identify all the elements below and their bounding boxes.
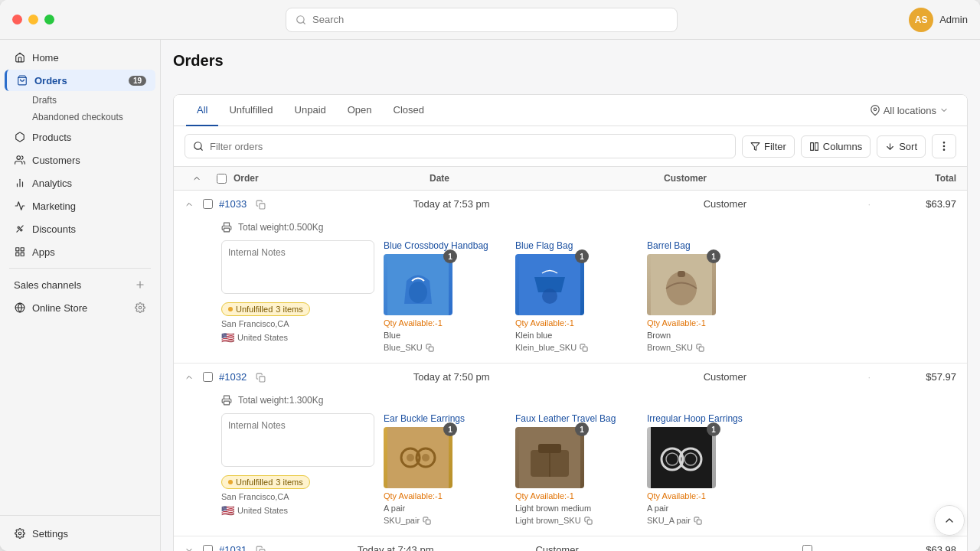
sidebar-item-apps[interactable]: Apps xyxy=(5,241,155,262)
blue-flag-bag-svg xyxy=(519,254,580,315)
sidebar-item-drafts[interactable]: Drafts xyxy=(5,93,155,108)
order-1032-product-0-qty-available: Qty Available:-1 xyxy=(384,491,506,500)
order-1033-product-1-link[interactable]: Blue Flag Bag xyxy=(515,240,638,251)
add-sales-channel-button[interactable] xyxy=(134,279,146,291)
order-1033-product-0-qty-available: Qty Available:-1 xyxy=(384,318,506,328)
order-1032-product-1-link[interactable]: Faux Leather Travel Bag xyxy=(515,413,638,424)
online-store-settings-icon[interactable] xyxy=(134,302,146,314)
order-1031-expand-btn[interactable] xyxy=(185,546,197,551)
tab-all[interactable]: All xyxy=(186,95,218,126)
order-1033-product-0-link[interactable]: Blue Crossbody Handbag xyxy=(384,240,506,251)
filter-search-bar[interactable] xyxy=(185,134,736,158)
select-all-checkbox[interactable] xyxy=(217,174,227,184)
order-1033-product-2: Barrel Bag xyxy=(647,240,769,352)
order-1033-checkbox[interactable] xyxy=(203,199,213,209)
columns-button[interactable]: Columns xyxy=(801,135,871,158)
copy-sku-icon[interactable] xyxy=(426,344,434,352)
svg-point-28 xyxy=(943,145,944,146)
chevron-up-icon xyxy=(943,514,956,527)
order-1033-product-2-qty: 1 xyxy=(707,249,720,263)
sidebar-item-analytics[interactable]: Analytics xyxy=(5,172,155,194)
orders-card: All Unfulfilled Unpaid Open Closed All l… xyxy=(173,94,968,551)
location-filter-button[interactable]: All locations xyxy=(864,100,955,121)
svg-rect-10 xyxy=(16,248,19,251)
global-search-input[interactable] xyxy=(312,14,668,25)
svg-rect-31 xyxy=(224,228,230,232)
print-icon[interactable] xyxy=(221,222,232,233)
order-1032-product-2-sku: SKU_A pair xyxy=(647,516,691,525)
order-1032-number[interactable]: #1032 xyxy=(219,371,247,383)
scroll-to-top-button[interactable] xyxy=(934,505,965,536)
order-1032-notes-textarea[interactable] xyxy=(221,413,374,467)
order-1032-product-0-link[interactable]: Ear Buckle Earrings xyxy=(384,413,506,424)
close-button[interactable] xyxy=(12,15,22,24)
tab-open[interactable]: Open xyxy=(337,95,383,126)
sidebar-item-customers[interactable]: Customers xyxy=(5,149,155,171)
order-1033-product-1-qty-available: Qty Available:-1 xyxy=(515,318,638,328)
global-search-bar[interactable] xyxy=(286,8,678,32)
minimize-button[interactable] xyxy=(28,15,38,24)
order-1031-number[interactable]: #1031 xyxy=(219,544,247,551)
order-1032-collapse-btn[interactable] xyxy=(185,373,197,382)
order-1031-copy-btn[interactable] xyxy=(256,544,266,551)
copy-sku-icon[interactable] xyxy=(580,344,588,352)
order-1033-notes-textarea[interactable] xyxy=(221,240,374,294)
order-1031-checkbox[interactable] xyxy=(203,545,213,551)
columns-icon xyxy=(809,142,819,152)
sidebar-item-abandoned-checkouts[interactable]: Abandoned checkouts xyxy=(5,109,155,125)
order-1032-product-2-link[interactable]: Irregular Hoop Earrings xyxy=(647,413,769,424)
sidebar-item-settings[interactable]: Settings xyxy=(5,523,155,544)
sidebar-item-online-store[interactable]: Online Store xyxy=(5,297,155,318)
discounts-icon xyxy=(14,223,26,235)
order-1032-copy-btn[interactable] xyxy=(256,371,266,383)
sort-button[interactable]: Sort xyxy=(877,135,926,158)
svg-point-19 xyxy=(18,532,21,535)
filter-orders-input[interactable] xyxy=(210,141,727,152)
svg-rect-34 xyxy=(429,347,433,351)
filter-button[interactable]: Filter xyxy=(742,135,795,158)
header-expand-col xyxy=(185,174,209,183)
order-1031-select-checkbox[interactable] xyxy=(802,545,812,551)
order-1032-status-label: Unfulfilled xyxy=(236,478,273,487)
filter-icon xyxy=(750,142,760,152)
order-1032-customer: Customer xyxy=(591,371,858,383)
copy-sku-icon[interactable] xyxy=(584,517,593,525)
order-1032-product-1-qty: 1 xyxy=(575,422,589,436)
tab-closed[interactable]: Closed xyxy=(383,95,435,126)
svg-rect-42 xyxy=(260,377,265,382)
sidebar-item-products[interactable]: Products xyxy=(5,126,155,148)
order-1033-product-2-sku: Brown_SKU xyxy=(647,343,693,352)
svg-rect-37 xyxy=(583,347,587,351)
order-1033-copy-btn[interactable] xyxy=(256,198,266,210)
copy-sku-icon[interactable] xyxy=(423,517,431,525)
order-1033-product-2-link[interactable]: Barrel Bag xyxy=(647,240,769,251)
order-group-1032: #1032 Today at 7:50 pm Customer · $57.97 xyxy=(174,364,967,536)
order-1032-product-0-variant: A pair xyxy=(384,504,506,513)
order-1032-checkbox[interactable] xyxy=(203,372,213,382)
order-1033-collapse-btn[interactable] xyxy=(185,200,197,209)
copy-sku-icon[interactable] xyxy=(696,344,704,352)
sidebar-divider xyxy=(9,268,151,269)
order-1033-product-0-qty: 1 xyxy=(443,249,457,263)
tab-unpaid[interactable]: Unpaid xyxy=(284,95,337,126)
order-row-1031: #1031 Today at 7:43 pm Customer $63.98 xyxy=(174,536,967,551)
order-1032-product-2: Irregular Hoop Earrings xyxy=(647,413,769,525)
sidebar-item-home[interactable]: Home xyxy=(5,47,155,68)
order-1032-date: Today at 7:50 pm xyxy=(272,371,585,383)
collapse-all-icon[interactable] xyxy=(192,174,201,183)
tab-unfulfilled[interactable]: Unfulfilled xyxy=(218,95,283,126)
header-customer: Customer xyxy=(595,173,776,184)
sidebar-item-marketing[interactable]: Marketing xyxy=(5,195,155,217)
order-1033-total: $63.97 xyxy=(880,198,956,210)
order-1033-location-text: San Francisco,CA xyxy=(221,319,289,328)
more-options-button[interactable] xyxy=(932,134,956,158)
sidebar-item-discounts[interactable]: Discounts xyxy=(5,218,155,240)
copy-sku-icon[interactable] xyxy=(694,517,702,525)
sidebar-item-orders[interactable]: Orders 19 xyxy=(5,70,155,91)
svg-point-33 xyxy=(409,282,427,303)
print-icon[interactable] xyxy=(221,395,232,406)
order-1033-number[interactable]: #1033 xyxy=(219,198,247,210)
svg-rect-41 xyxy=(699,347,704,351)
app-window: AS Admin Home Orders 19 Drafts xyxy=(0,0,980,551)
maximize-button[interactable] xyxy=(44,15,54,24)
